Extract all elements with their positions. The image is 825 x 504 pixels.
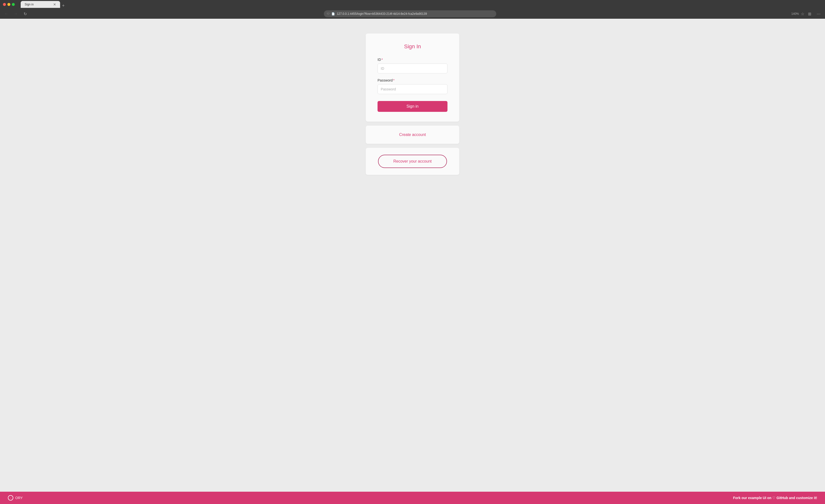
toolbar-right: 140% ☆ ⊞ ⋯	[791, 10, 822, 17]
id-required-star: *	[381, 58, 383, 62]
password-form-group: Password*	[378, 78, 447, 94]
bookmark-button[interactable]: ☆	[801, 12, 804, 16]
id-input[interactable]	[378, 64, 447, 73]
footer-github-link[interactable]: GitHub	[776, 496, 788, 500]
back-icon: ←	[4, 12, 8, 16]
more-button[interactable]: ⋯	[815, 10, 822, 17]
footer-logo: ○ ORY	[8, 495, 23, 501]
reload-icon: ↻	[24, 12, 27, 16]
ory-logo-icon: ○	[8, 495, 13, 501]
tab-title: Sign in	[25, 3, 51, 6]
recover-account-card: Recover your account	[366, 148, 459, 175]
recover-account-link[interactable]: Recover your account	[393, 159, 432, 163]
window-close-button[interactable]	[3, 3, 6, 6]
password-label: Password*	[378, 78, 447, 82]
forward-icon: →	[14, 12, 18, 16]
create-account-link[interactable]: Create account	[399, 133, 426, 137]
id-form-group: ID*	[378, 58, 447, 73]
security-icon: 🛡	[327, 12, 329, 15]
tab-bar: Sign in ✕ +	[19, 1, 67, 8]
active-tab[interactable]: Sign in ✕	[21, 1, 60, 8]
footer-logo-text: ORY	[15, 496, 23, 500]
address-bar[interactable]: 🛡 📄 127.0.0.1:4455/login?flow=b5364433-2…	[324, 10, 496, 17]
recover-oval: Recover your account	[378, 155, 447, 168]
new-tab-button[interactable]: +	[62, 3, 65, 8]
signin-button[interactable]: Sign in	[378, 101, 447, 112]
window-controls	[3, 3, 15, 6]
forward-button[interactable]: →	[12, 10, 19, 17]
window-maximize-button[interactable]	[12, 3, 15, 6]
url-text: 127.0.0.1:4455/login?flow=b5364433-214f-…	[337, 12, 493, 15]
footer-text: Fork our example UI on ♡ GitHub and cust…	[733, 496, 817, 500]
id-label: ID*	[378, 58, 447, 62]
browser-chrome: Sign in ✕ + ← → ↻ 🛡 📄 127.0.0.1:4455/log…	[0, 0, 825, 19]
password-required-star: *	[393, 78, 394, 82]
browser-titlebar: Sign in ✕ +	[0, 0, 825, 9]
back-button[interactable]: ←	[3, 10, 10, 17]
extensions-button[interactable]: ⊞	[806, 10, 813, 17]
tab-close-icon[interactable]: ✕	[53, 3, 56, 6]
browser-toolbar: ← → ↻ 🛡 📄 127.0.0.1:4455/login?flow=b536…	[0, 9, 825, 19]
page-content: Sign In ID* Password* Sign in Create acc…	[0, 19, 825, 492]
zoom-button[interactable]: 140%	[791, 12, 799, 15]
signin-card: Sign In ID* Password* Sign in	[366, 33, 459, 122]
reload-button[interactable]: ↻	[22, 10, 28, 17]
footer: ○ ORY Fork our example UI on ♡ GitHub an…	[0, 492, 825, 504]
window-minimize-button[interactable]	[7, 3, 10, 6]
page-icon: 📄	[331, 12, 335, 15]
create-account-card: Create account	[366, 126, 459, 144]
signin-title: Sign In	[378, 43, 447, 50]
password-input[interactable]	[378, 84, 447, 94]
